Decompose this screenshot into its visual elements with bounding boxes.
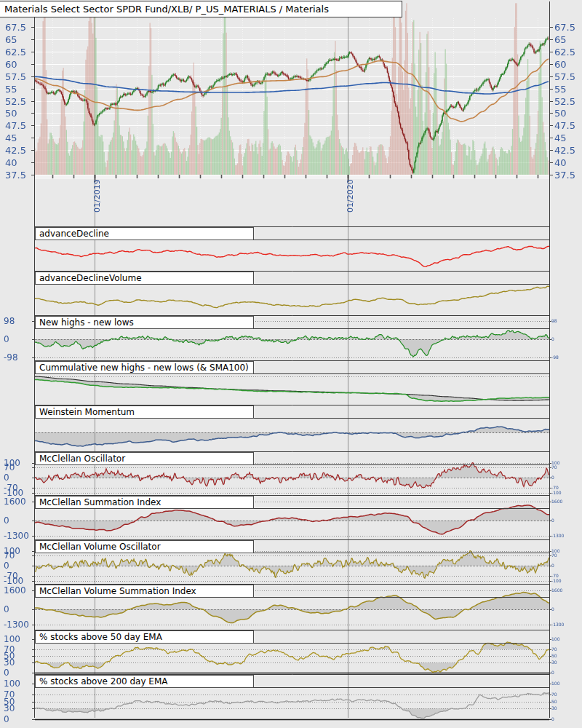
panel-label-cumulative-new-highs-new-lows[interactable]: Cummulative new highs - new lows (& SMA1… bbox=[35, 361, 254, 374]
indicator-axis-label-right: 70 bbox=[551, 553, 557, 558]
indicator-axis-label-left: 0 bbox=[4, 668, 9, 677]
indicator-axis-label-right: 0 bbox=[551, 563, 554, 568]
price-axis-label-left: 50 bbox=[5, 108, 17, 118]
indicator-axis-label-left: 0 bbox=[4, 715, 9, 724]
price-axis-label-right: 67.5 bbox=[554, 23, 575, 32]
indicator-axis-label-right: 1600 bbox=[551, 499, 562, 504]
panel-label-weinstein-momentum[interactable]: Weinstein Momentum bbox=[35, 405, 254, 419]
price-axis-label-right: 50 bbox=[554, 108, 567, 118]
price-axis-label-right: 57.5 bbox=[554, 72, 575, 82]
price-axis-label-right: 55 bbox=[554, 84, 567, 94]
chart-title: Materials Select Sector SPDR Fund/XLB/ P… bbox=[0, 1, 402, 17]
panel-label-mcclellan-summation-index[interactable]: McClellan Summation Index bbox=[35, 496, 254, 509]
indicator-axis-label-right: 100 bbox=[551, 637, 559, 641]
price-axis-label-right: 47.5 bbox=[554, 121, 575, 130]
indicator-axis-label-left: 70 bbox=[4, 463, 15, 472]
price-axis-label-left: 45 bbox=[5, 133, 17, 143]
price-axis-label-right: 65 bbox=[554, 35, 567, 44]
indicator-axis-label-right: -98 bbox=[551, 355, 559, 360]
indicator-axis-label-left: -100 bbox=[4, 488, 23, 497]
price-axis-label-left: 67.5 bbox=[5, 23, 26, 32]
indicator-axis-label-left: 0 bbox=[4, 605, 9, 614]
date-axis-label: 01/2020 bbox=[346, 179, 354, 213]
panel-label-mcclellan-volume-summation-index[interactable]: McClellan Volume Summation Index bbox=[35, 585, 254, 598]
panel-label-new-highs-new-lows[interactable]: New highs - new lows bbox=[35, 316, 254, 329]
indicator-axis-label-right: -100 bbox=[551, 491, 562, 495]
price-axis-label-right: 62.5 bbox=[554, 47, 575, 57]
panel-label-advance-decline[interactable]: advanceDecline bbox=[35, 227, 254, 240]
indicator-axis-label-right: 50 bbox=[551, 654, 557, 658]
price-axis-label-left: 65 bbox=[5, 35, 17, 44]
indicator-axis-label-left: 100 bbox=[4, 635, 20, 644]
price-axis-label-left: 52.5 bbox=[5, 97, 26, 106]
price-axis-label-right: 52.5 bbox=[554, 97, 575, 106]
indicator-axis-label-left: -1300 bbox=[4, 620, 29, 629]
indicator-axis-label-right: 70 bbox=[551, 465, 557, 470]
panel-label-advance-decline-volume[interactable]: advanceDeclineVolume bbox=[35, 272, 254, 285]
price-axis-label-right: 60 bbox=[554, 60, 567, 69]
price-axis-label-left: 40 bbox=[5, 158, 17, 167]
price-axis-label-left: 37.5 bbox=[5, 170, 26, 180]
price-axis-label-right: 42.5 bbox=[554, 146, 575, 155]
price-axis-label-left: 47.5 bbox=[5, 121, 26, 130]
indicator-axis-label-right: 0 bbox=[551, 670, 554, 675]
indicator-axis-label-right: -1300 bbox=[551, 622, 564, 627]
indicator-axis-label-right: 0 bbox=[551, 607, 554, 612]
indicator-axis-label-right: 98 bbox=[551, 319, 557, 323]
indicator-axis-label-left: 0 bbox=[4, 335, 9, 344]
indicator-axis-label-left: 70 bbox=[4, 551, 15, 560]
price-axis-label-right: 45 bbox=[554, 133, 567, 143]
price-axis-label-left: 57.5 bbox=[5, 72, 26, 82]
price-axis-label-left: 62.5 bbox=[5, 47, 26, 57]
indicator-axis-label-left: 0 bbox=[4, 473, 9, 482]
indicator-axis-label-left: 100 bbox=[4, 679, 20, 688]
indicator-axis-label-left: -98 bbox=[4, 353, 18, 362]
indicator-axis-label-right: 70 bbox=[551, 647, 557, 652]
indicator-axis-label-left: -1300 bbox=[4, 531, 29, 540]
indicator-axis-label-right: 70 bbox=[551, 692, 557, 697]
price-axis-label-right: 40 bbox=[554, 158, 567, 167]
panel-label-pct-stocks-above-200day-ema[interactable]: % stocks above 200 day EMA bbox=[35, 675, 254, 688]
panel-label-mcclellan-volume-oscillator[interactable]: McClellan Volume Oscillator bbox=[35, 540, 254, 553]
indicator-axis-label-left: 0 bbox=[4, 561, 9, 570]
indicator-axis-label-right: 0 bbox=[551, 518, 554, 523]
indicator-axis-label-left: 0 bbox=[4, 516, 9, 525]
indicator-axis-label-right: 0 bbox=[551, 717, 554, 721]
price-axis-label-left: 60 bbox=[5, 60, 17, 69]
price-axis-label-right: 37.5 bbox=[554, 170, 575, 180]
indicator-axis-label-left: 30 bbox=[4, 658, 15, 667]
indicator-axis-label-right: 100 bbox=[551, 681, 559, 686]
indicator-axis-label-left: 98 bbox=[4, 317, 15, 325]
indicator-axis-label-right: 30 bbox=[551, 660, 557, 665]
panel-label-mcclellan-oscillator[interactable]: McClellan Oscillator bbox=[35, 452, 254, 465]
indicator-axis-label-right: 50 bbox=[551, 700, 557, 704]
indicator-axis-label-right: -100 bbox=[551, 579, 562, 583]
indicator-axis-label-right: 0 bbox=[551, 337, 554, 341]
indicator-axis-label-left: -100 bbox=[4, 577, 23, 585]
price-axis-label-left: 42.5 bbox=[5, 146, 26, 155]
indicator-axis-label-right: 0 bbox=[551, 475, 554, 480]
price-axis-label-left: 55 bbox=[5, 84, 17, 94]
chart-workspace: Materials Select Sector SPDR Fund/XLB/ P… bbox=[0, 0, 582, 728]
indicator-axis-label-right: -1300 bbox=[551, 534, 564, 538]
indicator-axis-label-right: 1600 bbox=[551, 588, 562, 593]
indicator-axis-label-left: 30 bbox=[4, 704, 15, 713]
panel-label-pct-stocks-above-50day-ema[interactable]: % stocks above 50 day EMA bbox=[35, 630, 254, 644]
indicator-axis-label-left: 1600 bbox=[4, 586, 26, 595]
indicator-axis-label-left: 1600 bbox=[4, 497, 26, 506]
indicator-axis-label-right: 30 bbox=[551, 706, 557, 711]
date-axis-label: 01/2019 bbox=[93, 179, 101, 213]
